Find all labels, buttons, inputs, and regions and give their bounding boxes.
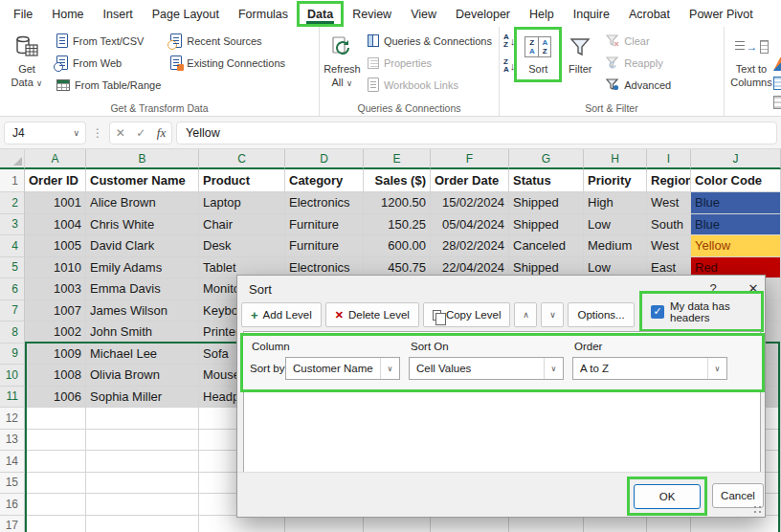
cell-C2[interactable]: Laptop [199, 192, 285, 214]
cell-B16[interactable] [86, 494, 199, 516]
cell-J17[interactable] [691, 516, 781, 532]
cell-F3[interactable]: 05/04/2024 [431, 214, 509, 236]
cell-H4[interactable]: Medium [584, 235, 647, 257]
filter-button[interactable]: Filter [559, 30, 601, 79]
cell-H1[interactable]: Priority [584, 169, 647, 192]
cell-J1[interactable]: Color Code [691, 169, 781, 192]
cell-A15[interactable] [25, 473, 86, 495]
cell-A11[interactable]: 1006 [25, 387, 86, 409]
cell-B3[interactable]: Chris White [86, 214, 199, 236]
options-button[interactable]: Options... [568, 302, 634, 327]
name-box[interactable]: J4 ∨ [4, 122, 86, 144]
from-web-button[interactable]: From Web [54, 53, 164, 73]
row-header-3[interactable]: 3 [0, 214, 25, 236]
column-header-H[interactable]: H [584, 149, 647, 169]
cell-J3[interactable]: Blue [691, 214, 781, 236]
cell-J4[interactable]: Yellow [691, 235, 781, 257]
row-header-11[interactable]: 11 [0, 387, 25, 409]
cell-A8[interactable]: 1002 [25, 321, 86, 344]
cell-B17[interactable] [86, 516, 199, 532]
name-box-chevron-icon[interactable]: ∨ [73, 128, 85, 138]
cell-H17[interactable] [584, 516, 647, 532]
cell-B6[interactable]: Emma Davis [86, 278, 199, 300]
column-header-B[interactable]: B [86, 149, 199, 169]
column-header-E[interactable]: E [364, 149, 431, 169]
tab-formulas[interactable]: Formulas [229, 2, 298, 26]
cell-I1[interactable]: Region [647, 169, 691, 192]
row-header-10[interactable]: 10 [0, 365, 25, 387]
tab-review[interactable]: Review [343, 2, 401, 26]
row-header-4[interactable]: 4 [0, 235, 25, 257]
column-dropdown[interactable]: Customer Name ∨ [285, 357, 400, 380]
cell-A17[interactable] [25, 516, 86, 532]
column-header-F[interactable]: F [431, 149, 509, 169]
cell-A4[interactable]: 1005 [25, 235, 86, 257]
row-header-9[interactable]: 9 [0, 344, 25, 366]
my-data-has-headers-label[interactable]: My data has headers [670, 300, 761, 323]
tab-view[interactable]: View [401, 2, 446, 26]
text-to-columns-button[interactable]: → Text to Columns [726, 30, 776, 93]
cell-I17[interactable] [647, 516, 691, 532]
cell-C1[interactable]: Product [199, 169, 285, 192]
cell-A12[interactable] [25, 408, 86, 430]
cell-A10[interactable]: 1008 [25, 365, 86, 387]
cell-B9[interactable]: Michael Lee [86, 344, 199, 366]
sort-button[interactable]: ZA AZ Sort [517, 30, 559, 79]
recent-sources-button[interactable]: Recent Sources [167, 31, 288, 51]
queries-connections-button[interactable]: Queries & Connections [365, 31, 495, 51]
cell-G1[interactable]: Status [509, 169, 584, 192]
cell-B4[interactable]: David Clark [86, 235, 199, 257]
cell-I4[interactable]: West [647, 235, 691, 257]
cell-G3[interactable]: Shipped [509, 214, 584, 236]
order-dropdown[interactable]: A to Z ∨ [572, 357, 727, 380]
tab-developer[interactable]: Developer [446, 2, 520, 26]
cell-C17[interactable] [199, 516, 285, 532]
row-header-1[interactable]: 1 [0, 169, 25, 192]
row-header-7[interactable]: 7 [0, 300, 25, 322]
row-header-15[interactable]: 15 [0, 473, 25, 495]
cell-B15[interactable] [86, 473, 199, 495]
cell-A6[interactable]: 1003 [25, 278, 86, 300]
cell-B10[interactable]: Olivia Brown [86, 365, 199, 387]
advanced-filter-button[interactable]: Advanced [603, 75, 674, 95]
select-all-corner[interactable] [0, 149, 25, 169]
tab-file[interactable]: File [4, 2, 42, 26]
cell-C3[interactable]: Chair [199, 214, 285, 236]
move-down-button[interactable]: ∨ [541, 302, 564, 327]
cell-D1[interactable]: Category [285, 169, 364, 192]
cell-G2[interactable]: Shipped [509, 192, 584, 214]
cell-E2[interactable]: 1200.50 [364, 192, 431, 214]
tab-help[interactable]: Help [520, 2, 564, 26]
existing-connections-button[interactable]: Existing Connections [167, 53, 288, 73]
row-header-5[interactable]: 5 [0, 257, 25, 279]
resize-grip[interactable] [753, 505, 763, 515]
cell-A3[interactable]: 1004 [25, 214, 86, 236]
insert-function-icon[interactable]: fx [157, 125, 166, 141]
sort-ascending-button[interactable]: AZ ↓ [503, 33, 515, 49]
delete-level-button[interactable]: ✕ Delete Level [325, 302, 419, 327]
checkbox-checked-icon[interactable]: ✓ [651, 305, 664, 319]
cell-A14[interactable] [25, 451, 86, 473]
sort-descending-button[interactable]: ZA ↓ [503, 58, 515, 74]
cell-B14[interactable] [86, 451, 199, 473]
cell-D17[interactable] [285, 516, 364, 532]
cell-F1[interactable]: Order Date [431, 169, 509, 192]
tab-home[interactable]: Home [42, 2, 93, 26]
row-header-6[interactable]: 6 [0, 278, 25, 300]
tab-page-layout[interactable]: Page Layout [143, 2, 229, 26]
cell-F4[interactable]: 28/02/2024 [431, 235, 509, 257]
copy-level-button[interactable]: Copy Level [423, 302, 511, 327]
cell-I2[interactable]: West [647, 192, 691, 214]
cell-B8[interactable]: John Smith [86, 321, 199, 344]
column-header-D[interactable]: D [285, 149, 364, 169]
cell-H3[interactable]: Low [584, 214, 647, 236]
get-data-button[interactable]: Get Data ∨ [2, 30, 52, 93]
cell-G4[interactable]: Canceled [509, 235, 584, 257]
cell-D4[interactable]: Furniture [285, 235, 364, 257]
tab-inquire[interactable]: Inquire [564, 2, 619, 26]
cell-A13[interactable] [25, 430, 86, 452]
tab-power-pivot[interactable]: Power Pivot [680, 2, 763, 26]
cell-E1[interactable]: Sales ($) [364, 169, 431, 192]
cell-B13[interactable] [86, 430, 199, 452]
from-table-range-button[interactable]: From Table/Range [54, 75, 164, 95]
